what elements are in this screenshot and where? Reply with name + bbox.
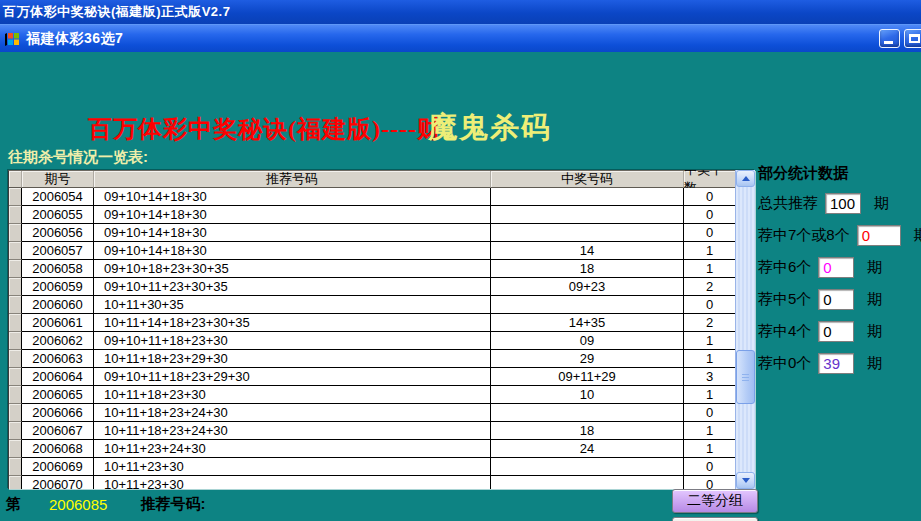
table-row[interactable]: 200606710+11+18+23+24+30181 xyxy=(9,422,735,440)
inner-window-title: 福建体彩36选7 xyxy=(26,30,123,48)
stat-row: 荐中5个0期 xyxy=(758,288,921,310)
table-row[interactable]: 200606110+11+14+18+23+30+3514+352 xyxy=(9,314,735,332)
table-row[interactable]: 200605809+10+18+23+30+35181 xyxy=(9,260,735,278)
cell-count: 3 xyxy=(684,368,736,386)
cell-count: 0 xyxy=(684,224,736,242)
page-heading-red: 百万体彩中奖秘诀(福建版)----财 xyxy=(88,113,442,145)
stat-value-box[interactable]: 0 xyxy=(857,225,901,246)
cell-period: 2006060 xyxy=(22,296,94,314)
cell-recommended: 10+11+18+23+24+30 xyxy=(94,422,491,440)
stat-label: 荐中4个 xyxy=(758,322,811,341)
cell-period: 2006057 xyxy=(22,242,94,260)
stat-row: 荐中0个39期 xyxy=(758,352,921,374)
arrow-down-icon xyxy=(742,478,750,483)
stat-unit: 期 xyxy=(867,354,882,373)
scroll-up-button[interactable] xyxy=(736,170,755,187)
maximize-icon xyxy=(909,34,920,43)
second-group-button[interactable]: 二等分组 xyxy=(672,489,758,513)
cell-recommended: 10+11+18+23+30 xyxy=(94,386,491,404)
row-gutter xyxy=(9,260,22,278)
table-row[interactable]: 200607010+11+23+300 xyxy=(9,476,735,489)
stat-value-box[interactable]: 0 xyxy=(818,321,854,342)
cell-count: 2 xyxy=(684,314,736,332)
reference-button[interactable]: 参考 xyxy=(672,517,758,521)
minimize-icon xyxy=(884,41,893,44)
stat-unit: 期 xyxy=(867,290,882,309)
stat-value-box[interactable]: 100 xyxy=(825,193,861,214)
current-period: 2006085 xyxy=(49,496,107,513)
column-header[interactable]: 中奖号码 xyxy=(491,171,684,188)
table-row[interactable]: 200606209+10+11+18+23+30091 xyxy=(9,332,735,350)
cell-recommended: 10+11+23+24+30 xyxy=(94,440,491,458)
cell-winning xyxy=(491,224,684,242)
main-titlebar[interactable]: 百万体彩中奖秘诀(福建版)正式版V2.7 xyxy=(0,0,921,24)
cell-recommended: 09+10+14+18+30 xyxy=(94,242,491,260)
scroll-down-button[interactable] xyxy=(736,472,755,489)
cell-count: 1 xyxy=(684,260,736,278)
app-window: 百万体彩中奖秘诀(福建版)正式版V2.7 福建体彩36选7 百万体彩中奖秘诀(福… xyxy=(0,0,921,521)
table-row[interactable]: 200605709+10+14+18+30141 xyxy=(9,242,735,260)
cell-count: 1 xyxy=(684,386,736,404)
cell-period: 2006066 xyxy=(22,404,94,422)
table-row[interactable]: 200606610+11+18+23+24+300 xyxy=(9,404,735,422)
cell-period: 2006062 xyxy=(22,332,94,350)
cell-recommended: 10+11+30+35 xyxy=(94,296,491,314)
cell-winning: 14+35 xyxy=(491,314,684,332)
cell-count: 0 xyxy=(684,188,736,206)
cell-recommended: 10+11+23+30 xyxy=(94,458,491,476)
cell-period: 2006067 xyxy=(22,422,94,440)
cell-count: 0 xyxy=(684,206,736,224)
table-row[interactable]: 200605609+10+14+18+300 xyxy=(9,224,735,242)
cell-recommended: 09+10+11+18+23+30 xyxy=(94,332,491,350)
stat-label: 荐中7个或8个 xyxy=(758,226,850,245)
stats-title: 部分统计数据 xyxy=(758,164,921,183)
column-header[interactable]: 中奖个数 xyxy=(684,171,736,188)
cell-recommended: 10+11+18+23+24+30 xyxy=(94,404,491,422)
row-gutter xyxy=(9,422,22,440)
cell-recommended: 09+10+14+18+30 xyxy=(94,224,491,242)
cell-count: 1 xyxy=(684,332,736,350)
inner-titlebar[interactable]: 福建体彩36选7 xyxy=(0,24,921,52)
scrollbar-thumb[interactable] xyxy=(736,350,755,404)
table-row[interactable]: 200605909+10+11+23+30+3509+232 xyxy=(9,278,735,296)
row-gutter xyxy=(9,224,22,242)
minimize-button[interactable] xyxy=(879,29,900,48)
stat-unit: 期 xyxy=(867,322,882,341)
stat-label: 荐中6个 xyxy=(758,258,811,277)
stat-row: 荐中6个0期 xyxy=(758,256,921,278)
stat-row: 荐中4个0期 xyxy=(758,320,921,342)
column-header[interactable]: 期号 xyxy=(22,171,94,188)
table-scrollbar[interactable] xyxy=(735,170,755,489)
cell-period: 2006058 xyxy=(22,260,94,278)
table-row[interactable]: 200605509+10+14+18+300 xyxy=(9,206,735,224)
cell-count: 1 xyxy=(684,242,736,260)
table-row[interactable]: 200606010+11+30+350 xyxy=(9,296,735,314)
table-row[interactable]: 200606810+11+23+24+30241 xyxy=(9,440,735,458)
table-row[interactable]: 200606409+10+11+18+23+29+3009+11+293 xyxy=(9,368,735,386)
table-row[interactable]: 200605409+10+14+18+300 xyxy=(9,188,735,206)
row-gutter xyxy=(9,314,22,332)
table-row[interactable]: 200606910+11+23+300 xyxy=(9,458,735,476)
table-row[interactable]: 200606510+11+18+23+30101 xyxy=(9,386,735,404)
cell-winning xyxy=(491,458,684,476)
maximize-button[interactable] xyxy=(904,29,921,48)
stat-value-box[interactable]: 0 xyxy=(818,289,854,310)
history-table: 期号推荐号码中奖号码中奖个数 200605409+10+14+18+300200… xyxy=(8,170,755,489)
row-gutter xyxy=(9,476,22,489)
table-header-row: 期号推荐号码中奖号码中奖个数 xyxy=(9,171,735,188)
column-header[interactable]: 推荐号码 xyxy=(94,171,491,188)
stat-value-box[interactable]: 0 xyxy=(818,257,854,278)
cell-count: 1 xyxy=(684,422,736,440)
scrollbar-track[interactable] xyxy=(736,187,755,472)
stat-label: 荐中0个 xyxy=(758,354,811,373)
table-row[interactable]: 200606310+11+18+23+29+30291 xyxy=(9,350,735,368)
stat-unit: 期 xyxy=(874,194,889,213)
stats-panel: 部分统计数据 总共推荐100期荐中7个或8个0期荐中6个0期荐中5个0期荐中4个… xyxy=(758,164,921,384)
row-gutter xyxy=(9,368,22,386)
stat-unit: 期 xyxy=(914,226,921,245)
cell-recommended: 10+11+14+18+23+30+35 xyxy=(94,314,491,332)
stat-unit: 期 xyxy=(867,258,882,277)
row-gutter xyxy=(9,458,22,476)
recommendation-footer: 第 2006085 推荐号码: ① 04081030 xyxy=(6,495,205,521)
stat-value-box[interactable]: 39 xyxy=(818,353,854,374)
